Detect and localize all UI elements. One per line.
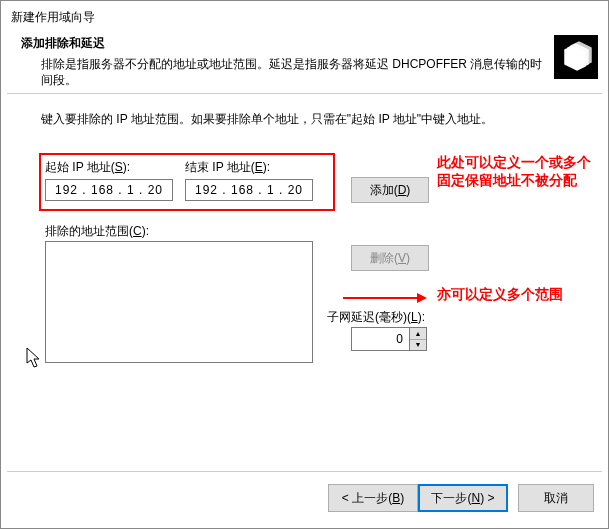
footer-separator bbox=[7, 471, 602, 472]
add-button[interactable]: 添加(D) bbox=[351, 177, 429, 203]
subnet-delay-spinner[interactable]: 0 ▲ ▼ bbox=[351, 327, 427, 351]
excluded-range-label: 排除的地址范围(C): bbox=[45, 223, 149, 240]
next-button[interactable]: 下一步(N) > bbox=[418, 484, 508, 512]
wizard-header: 添加排除和延迟 排除是指服务器不分配的地址或地址范围。延迟是指服务器将延迟 DH… bbox=[21, 35, 548, 88]
wizard-description: 排除是指服务器不分配的地址或地址范围。延迟是指服务器将延迟 DHCPOFFER … bbox=[41, 56, 548, 88]
subnet-delay-label: 子网延迟(毫秒)(L): bbox=[327, 309, 425, 326]
window-title: 新建作用域向导 bbox=[11, 9, 95, 26]
annotation-arrow-icon bbox=[343, 293, 427, 303]
files-icon bbox=[554, 35, 598, 79]
instruction-text: 键入要排除的 IP 地址范围。如果要排除单个地址，只需在"起始 IP 地址"中键… bbox=[41, 111, 493, 128]
spinner-down-icon[interactable]: ▼ bbox=[410, 340, 426, 351]
spinner-buttons[interactable]: ▲ ▼ bbox=[409, 327, 427, 351]
mouse-cursor-icon bbox=[26, 347, 42, 369]
wizard-window: 新建作用域向导 添加排除和延迟 排除是指服务器不分配的地址或地址范围。延迟是指服… bbox=[0, 0, 609, 529]
delete-button[interactable]: 删除(V) bbox=[351, 245, 429, 271]
annotation-note-2: 亦可以定义多个范围 bbox=[437, 285, 597, 303]
wizard-heading: 添加排除和延迟 bbox=[21, 35, 548, 52]
cancel-button[interactable]: 取消 bbox=[518, 484, 594, 512]
back-button[interactable]: < 上一步(B) bbox=[328, 484, 418, 512]
subnet-delay-value[interactable]: 0 bbox=[351, 327, 409, 351]
excluded-range-listbox[interactable] bbox=[45, 241, 313, 363]
annotation-note-1: 此处可以定义一个或多个固定保留地址不被分配 bbox=[437, 153, 597, 189]
spinner-up-icon[interactable]: ▲ bbox=[410, 328, 426, 340]
annotation-highlight-box bbox=[39, 153, 335, 211]
header-separator bbox=[7, 93, 602, 94]
